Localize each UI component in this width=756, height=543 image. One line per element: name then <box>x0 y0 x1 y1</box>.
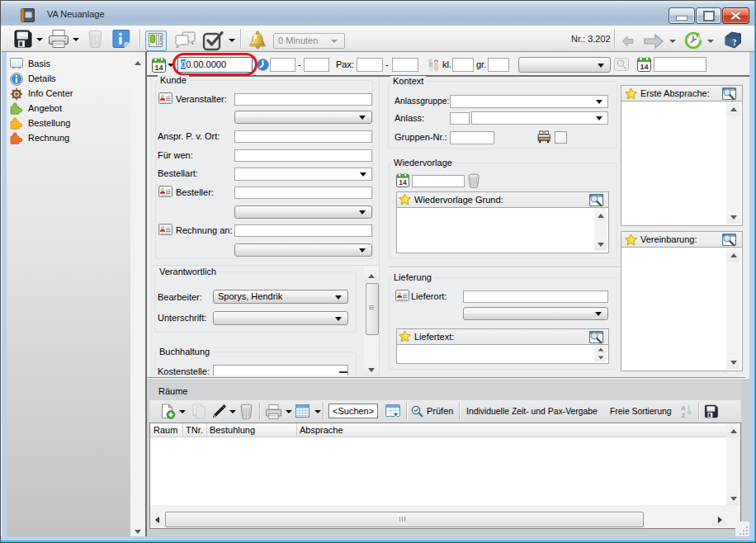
svg-text:Z: Z <box>682 412 686 418</box>
svg-text:A: A <box>681 404 686 412</box>
